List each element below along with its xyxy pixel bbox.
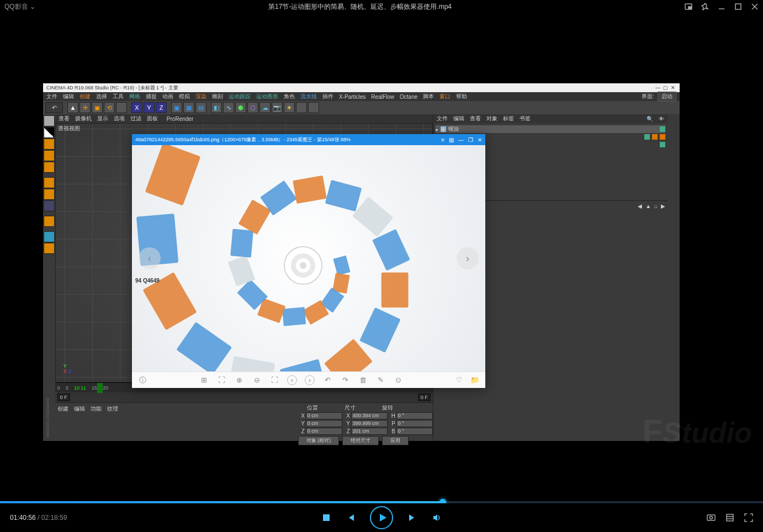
render-pv-button[interactable]: ▦ <box>183 102 194 113</box>
attr-nav-home-icon[interactable]: ⌂ <box>654 203 658 211</box>
iv-close-icon[interactable]: ✕ <box>478 137 482 143</box>
object-mode[interactable] <box>44 150 55 161</box>
maximize-icon[interactable] <box>734 3 742 10</box>
image-viewer-window: 48a07821442285.5650a4f1bdc65.png（1200×67… <box>132 134 485 388</box>
svg-rect-3 <box>735 4 741 9</box>
volume-button[interactable] <box>432 513 442 523</box>
poly-mode[interactable] <box>44 200 55 211</box>
iv-opt-icon[interactable]: ▤ <box>449 137 454 143</box>
dropdown-icon[interactable]: ⌄ <box>28 3 35 10</box>
undo-button[interactable]: ↶ <box>45 102 63 113</box>
iv-edit-icon[interactable]: ✎ <box>375 375 385 385</box>
svg-point-10 <box>300 262 306 269</box>
iv-zoomout-icon[interactable]: ⊖ <box>252 375 262 385</box>
layout-label: 界面: <box>642 93 654 100</box>
c4d-menubar: 文件 编辑 创建 选择 工具 网格 捕捉 动画 模拟 渲染 雕刻 运动跟踪 运动… <box>43 92 680 101</box>
render-button[interactable]: ▣ <box>171 102 182 113</box>
y-axis-toggle[interactable]: Y <box>144 102 155 113</box>
coord-size-combo[interactable]: 绝对尺寸 <box>342 436 379 445</box>
generator-button[interactable]: ⬢ <box>235 102 246 113</box>
right-toolbar <box>667 114 680 441</box>
iv-rotleft-icon[interactable]: ↶ <box>322 375 332 385</box>
iv-fit-icon[interactable]: ⛶ <box>216 375 226 385</box>
snap-toggle[interactable] <box>44 216 55 227</box>
iv-1to1-icon[interactable]: ⊞ <box>199 375 209 385</box>
pin-icon[interactable] <box>701 3 709 10</box>
coord-apply-button[interactable]: 应用 <box>382 436 409 445</box>
iv-prev-button[interactable]: ‹ <box>139 247 161 269</box>
move-tool[interactable]: ✛ <box>80 102 91 113</box>
tag-button[interactable] <box>308 102 319 113</box>
iv-next2-button[interactable]: › <box>305 375 315 385</box>
coord-mode-combo[interactable]: 对象 (相对) <box>298 436 340 445</box>
iv-prev2-button[interactable]: ‹ <box>287 375 297 385</box>
svg-rect-14 <box>727 514 733 521</box>
iv-zoomin-icon[interactable]: ⊕ <box>234 375 244 385</box>
floor-button[interactable] <box>296 102 307 113</box>
attr-nav-next-icon[interactable]: ▶ <box>661 203 665 211</box>
stop-button[interactable] <box>321 513 331 523</box>
iv-rotright-icon[interactable]: ↷ <box>340 375 350 385</box>
scale-tool[interactable]: ▣ <box>92 102 103 113</box>
attr-nav-up-icon[interactable]: ▲ <box>645 203 651 211</box>
texture-mode[interactable] <box>44 127 55 138</box>
layout-combo[interactable]: 启动 <box>658 92 676 102</box>
uv-mode2[interactable] <box>44 243 55 254</box>
fullscreen-button[interactable] <box>744 513 753 522</box>
iv-fullscreen-icon[interactable]: ⛶ <box>269 375 279 385</box>
light-button[interactable]: ☀ <box>284 102 295 113</box>
iv-menu-icon[interactable]: ≡ <box>441 137 444 143</box>
time-display: 01:40:56 / 02:18:59 <box>10 514 67 522</box>
z-axis-toggle[interactable]: Z <box>156 102 167 113</box>
select-tool[interactable]: ▲ <box>67 102 78 113</box>
obj-row-spiral[interactable]: ▸ ◉ 螺旋 <box>436 125 665 133</box>
iv-next-button[interactable]: › <box>457 247 479 269</box>
spline-button[interactable]: ∿ <box>223 102 234 113</box>
iv-watermark: 94 Q4649 <box>135 278 160 284</box>
material-menubar: 创建 编辑 功能 纹理 <box>55 403 188 441</box>
search-icon[interactable]: 🔍 <box>647 116 653 122</box>
app-name[interactable]: QQ影音 <box>4 3 28 10</box>
close-icon[interactable] <box>751 3 759 10</box>
next-track-button[interactable] <box>407 513 417 523</box>
render-settings-button[interactable]: ▤ <box>195 102 206 113</box>
iv-restore-icon[interactable]: ❐ <box>468 137 473 143</box>
prev-track-button[interactable] <box>346 513 356 523</box>
edge-mode[interactable] <box>44 189 55 200</box>
env-button[interactable]: ☁ <box>259 102 271 113</box>
screenshot-button[interactable] <box>707 513 716 522</box>
iv-delete-icon[interactable]: 🗑 <box>358 375 368 385</box>
iv-folder-icon[interactable]: 📁 <box>470 375 480 385</box>
mode-toolbar <box>43 114 55 441</box>
settings-button[interactable] <box>725 513 734 522</box>
axis-mode[interactable] <box>44 162 55 173</box>
timeline-cursor[interactable] <box>97 383 103 393</box>
c4d-close-icon[interactable]: ✕ <box>671 85 676 91</box>
video-title: 第17节-运动图形中的简易、随机、延迟、步幅效果器使用.mp4 <box>35 2 685 12</box>
play-button[interactable] <box>370 506 393 529</box>
x-axis-toggle[interactable]: X <box>131 102 142 113</box>
iv-image-area[interactable]: ‹ › 94 Q4649 <box>132 145 485 371</box>
frame-start[interactable]: 0 F <box>57 393 70 401</box>
model-mode[interactable] <box>44 115 55 126</box>
iv-more-icon[interactable]: ⊙ <box>393 375 403 385</box>
camera-button[interactable]: 📷 <box>272 102 283 113</box>
point-mode[interactable] <box>44 177 55 188</box>
rotate-tool[interactable]: ⟲ <box>104 102 115 113</box>
iv-heart-icon[interactable]: ♡ <box>454 375 464 385</box>
iv-toolbar: ⓘ ⊞ ⛶ ⊕ ⊖ ⛶ ‹ › ↶ ↷ 🗑 ✎ ⊙ ♡📁 <box>132 371 485 388</box>
cube-primitive-button[interactable]: ◧ <box>211 102 222 113</box>
c4d-maximize-icon[interactable]: ▢ <box>663 85 669 91</box>
pip-icon[interactable] <box>685 3 692 10</box>
deformer-button[interactable]: ⬡ <box>247 102 258 113</box>
minimize-icon[interactable] <box>718 3 725 10</box>
uv-mode[interactable] <box>44 231 55 242</box>
iv-info-icon[interactable]: ⓘ <box>137 375 147 385</box>
last-tool[interactable] <box>116 102 127 113</box>
workplane-mode[interactable] <box>44 139 55 150</box>
iv-min-icon[interactable]: — <box>458 137 464 143</box>
attr-nav-prev-icon[interactable]: ◀ <box>638 203 642 211</box>
eye-icon[interactable]: 👁 <box>659 116 664 122</box>
c4d-minimize-icon[interactable]: — <box>655 85 661 91</box>
frame-current[interactable]: 0 F <box>418 393 431 401</box>
